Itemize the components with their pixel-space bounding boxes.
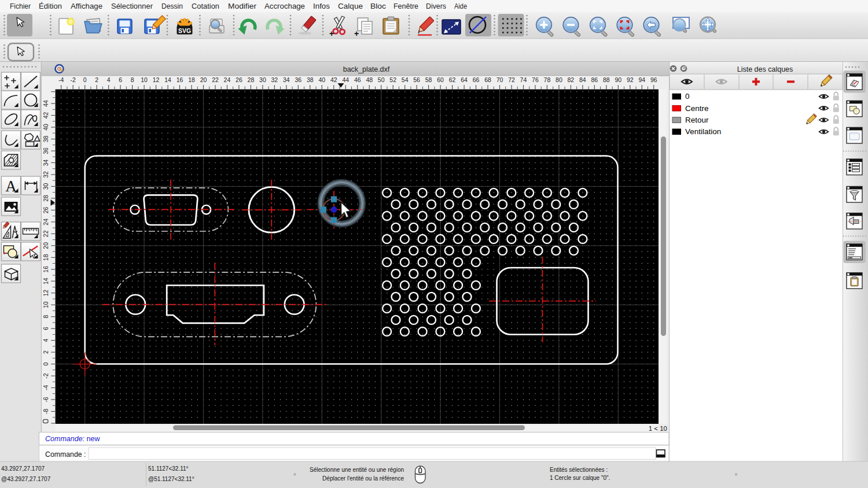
svg-text:88: 88 [603,76,610,83]
svg-text:50: 50 [378,76,385,83]
svg-text:4: 4 [42,339,49,342]
svg-text:-8: -8 [42,409,49,414]
svg-text:8: 8 [42,315,49,319]
svg-text:0: 0 [42,363,49,366]
svg-text:24: 24 [42,219,49,225]
svg-text:48: 48 [366,76,373,83]
svg-text:Édition: Édition [39,2,62,10]
svg-text:2: 2 [42,350,49,354]
svg-text:Liste des calques: Liste des calques [737,65,793,73]
svg-text:Commande :: Commande : [45,450,86,459]
svg-text:Divers: Divers [426,2,446,10]
svg-text:Aide: Aide [454,2,467,10]
svg-text:+: + [329,29,334,38]
svg-text:12: 12 [42,290,49,297]
svg-text:A: A [5,178,17,195]
svg-text:Centre: Centre [685,104,709,113]
svg-text:back_plate.dxf: back_plate.dxf [343,65,390,73]
svg-text:22: 22 [42,230,49,237]
svg-text:34: 34 [283,76,290,83]
svg-text:4: 4 [107,76,111,83]
svg-text:Fichier: Fichier [10,2,31,10]
svg-text:-4: -4 [42,385,49,390]
svg-text:32: 32 [271,76,278,83]
svg-text:58: 58 [425,76,432,83]
svg-text:6: 6 [42,327,49,330]
svg-text:18: 18 [188,76,195,83]
svg-text:62: 62 [449,76,456,83]
svg-text:42: 42 [330,76,337,83]
svg-text:1 Cercle sur calque "0".: 1 Cercle sur calque "0". [550,475,610,481]
svg-text:Cotation: Cotation [192,2,219,10]
svg-text:84: 84 [579,76,586,83]
svg-text:10: 10 [42,301,49,308]
svg-text:SVG: SVG [178,27,191,34]
svg-text:Commande: new: Commande: new [45,435,100,443]
svg-text:96: 96 [650,76,657,83]
svg-text:32: 32 [42,171,49,178]
svg-text:20: 20 [200,76,207,83]
svg-text:0: 0 [685,92,690,101]
svg-text:Sélectionner: Sélectionner [111,2,153,10]
svg-text:16: 16 [176,76,183,83]
svg-text:42: 42 [42,112,49,119]
svg-text:2: 2 [95,76,98,83]
svg-text:90: 90 [615,76,621,83]
svg-text:30: 30 [42,183,49,190]
svg-text:-2: -2 [42,373,49,378]
svg-text:36: 36 [42,147,49,154]
svg-text:14: 14 [164,76,171,83]
svg-text:Infos: Infos [313,2,330,10]
svg-text:56: 56 [413,76,420,83]
svg-text:16: 16 [42,266,49,273]
svg-text:26: 26 [236,76,242,83]
svg-text:66: 66 [473,76,480,83]
svg-text:Dessin: Dessin [161,2,183,10]
svg-text:Bloc: Bloc [370,2,386,10]
svg-text:30: 30 [259,76,266,83]
svg-text:Fenêtre: Fenêtre [393,2,418,10]
svg-text:Affichage: Affichage [71,2,102,10]
svg-text:86: 86 [591,76,598,83]
svg-text:+: + [354,29,359,38]
svg-text:60: 60 [437,76,444,83]
svg-text:70: 70 [496,76,503,83]
svg-text:72: 72 [508,76,515,83]
svg-text:-4: -4 [58,76,64,83]
svg-text:52: 52 [389,76,396,83]
svg-text:40: 40 [42,124,49,131]
svg-text:8: 8 [131,76,134,83]
svg-text:54: 54 [402,76,409,83]
svg-text:20: 20 [42,242,49,249]
svg-text:@51.1127<32.11°: @51.1127<32.11° [148,476,194,482]
svg-text:74: 74 [520,76,527,83]
svg-text:6: 6 [119,76,122,83]
svg-text:94: 94 [638,76,645,83]
svg-text:-6: -6 [42,397,49,402]
svg-text:10: 10 [141,76,148,83]
svg-text:Entités sélectionnées :: Entités sélectionnées : [550,467,608,473]
svg-text:51.1127<32.11°: 51.1127<32.11° [148,465,189,472]
svg-text:80: 80 [556,76,562,83]
svg-text:0: 0 [83,76,87,83]
svg-text:18: 18 [42,254,49,261]
svg-text:Modifier: Modifier [228,2,256,10]
svg-text:44: 44 [42,100,49,107]
svg-text:Ventilation: Ventilation [685,127,721,136]
svg-text:43.2927,27.1707: 43.2927,27.1707 [1,465,45,472]
svg-text:34: 34 [42,159,49,166]
svg-text:36: 36 [295,76,301,83]
svg-text:1 < 10: 1 < 10 [649,425,667,432]
svg-text:24: 24 [224,76,231,83]
svg-text:28: 28 [248,76,255,83]
svg-text:64: 64 [461,76,468,83]
svg-text:12: 12 [153,76,160,83]
svg-text:28: 28 [42,195,49,202]
svg-text:92: 92 [627,76,634,83]
svg-text:Sélectionne une entité ou une: Sélectionne une entité ou une région [310,467,404,473]
svg-text:14: 14 [42,278,49,284]
svg-text:26: 26 [42,206,49,213]
svg-text:44: 44 [342,76,349,83]
svg-text:Retour: Retour [685,116,709,124]
svg-text:-2: -2 [71,76,76,83]
